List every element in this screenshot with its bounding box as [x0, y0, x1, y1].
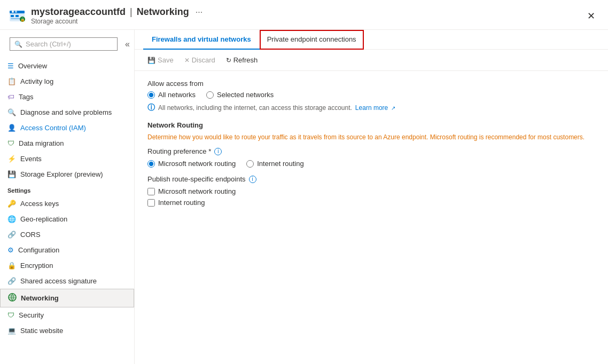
checkbox-internet-routing[interactable]: Internet routing: [147, 199, 595, 207]
refresh-button[interactable]: ↻ Refresh: [222, 54, 262, 66]
access-keys-icon: 🔑: [7, 200, 16, 208]
nav-item-events[interactable]: ⚡ Events: [0, 151, 134, 167]
network-routing-section: Network Routing Determine how you would …: [147, 121, 595, 207]
access-control-icon: 👤: [7, 124, 16, 132]
configuration-icon: ⚙: [7, 246, 14, 254]
nav-item-diagnose[interactable]: 🔍 Diagnose and solve problems: [0, 105, 134, 120]
tab-private-endpoints[interactable]: Private endpoint connections: [260, 30, 364, 50]
nav-item-encryption[interactable]: 🔒 Encryption: [0, 258, 134, 273]
tab-bar: Firewalls and virtual networks Private e…: [135, 30, 608, 50]
external-link-icon: ↗: [391, 105, 395, 111]
allow-access-label: Allow access from: [147, 80, 595, 88]
networking-icon: [8, 293, 17, 303]
diagnose-icon: 🔍: [7, 108, 16, 116]
sidebar: 🔍 « ☰ Overview 📋 Activity log 🏷 Tags 🔍 D…: [0, 30, 135, 364]
search-input[interactable]: [26, 40, 113, 48]
radio-selected-networks[interactable]: Selected networks: [206, 91, 274, 99]
security-icon: 🛡: [7, 311, 14, 319]
svg-rect-3: [15, 15, 19, 17]
checkbox-microsoft-routing[interactable]: Microsoft network routing: [147, 187, 595, 195]
search-box[interactable]: 🔍: [10, 37, 118, 51]
tags-icon: 🏷: [7, 93, 14, 101]
publish-endpoints-label: Publish route-specific endpoints i: [147, 175, 595, 183]
svg-point-5: [15, 11, 17, 13]
routing-pref-label: Routing preference * i: [147, 147, 595, 155]
nav-item-access-keys[interactable]: 🔑 Access keys: [0, 196, 134, 211]
cors-icon: 🔗: [7, 231, 16, 239]
header-left: 🔒 mystorageaccountfd | Networking ··· St…: [9, 6, 202, 25]
activity-log-icon: 📋: [7, 77, 16, 85]
content-area: Firewalls and virtual networks Private e…: [135, 30, 608, 364]
encryption-icon: 🔒: [7, 262, 16, 270]
main-layout: 🔍 « ☰ Overview 📋 Activity log 🏷 Tags 🔍 D…: [0, 30, 608, 364]
panel: Allow access from All networks Selected …: [135, 71, 608, 364]
svg-point-4: [12, 11, 14, 13]
overview-icon: ☰: [7, 62, 14, 70]
info-icon: ⓘ: [147, 103, 155, 113]
svg-rect-2: [11, 15, 14, 17]
nav-item-overview[interactable]: ☰ Overview: [0, 58, 134, 74]
header-dots[interactable]: ···: [196, 7, 202, 17]
header: 🔒 mystorageaccountfd | Networking ··· St…: [0, 0, 608, 30]
nav-item-networking[interactable]: Networking: [0, 289, 134, 307]
geo-replication-icon: 🌐: [7, 215, 16, 223]
radio-microsoft-routing[interactable]: Microsoft network routing: [147, 160, 236, 168]
radio-internet-routing[interactable]: Internet routing: [246, 160, 303, 168]
publish-endpoints-checkbox-group: Microsoft network routing Internet routi…: [147, 187, 595, 207]
nav-item-data-migration[interactable]: 🛡 Data migration: [0, 136, 134, 151]
toolbar: 💾 Save ✕ Discard ↻ Refresh: [135, 50, 608, 71]
radio-all-networks[interactable]: All networks: [147, 91, 196, 99]
tab-firewalls[interactable]: Firewalls and virtual networks: [143, 30, 260, 50]
nav-item-shared-access[interactable]: 🔗 Shared access signature: [0, 273, 134, 289]
nav-item-configuration[interactable]: ⚙ Configuration: [0, 242, 134, 258]
header-title-block: mystorageaccountfd | Networking ··· Stor…: [31, 6, 202, 25]
storage-explorer-icon: 💾: [7, 170, 16, 178]
publish-endpoints-info-icon[interactable]: i: [249, 176, 256, 183]
access-radio-group: All networks Selected networks: [147, 91, 595, 99]
routing-description: Determine how you would like to route yo…: [147, 132, 595, 142]
header-subtitle: Storage account: [31, 18, 202, 25]
discard-button[interactable]: ✕ Discard: [180, 54, 220, 66]
settings-section-label: Settings: [0, 182, 134, 196]
close-button[interactable]: ✕: [583, 8, 599, 24]
shared-access-icon: 🔗: [7, 277, 16, 285]
nav-item-access-control[interactable]: 👤 Access Control (IAM): [0, 120, 134, 136]
nav-item-geo-replication[interactable]: 🌐 Geo-replication: [0, 211, 134, 227]
nav-item-activity-log[interactable]: 📋 Activity log: [0, 74, 134, 89]
static-website-icon: 💻: [7, 327, 16, 335]
nav-item-storage-explorer[interactable]: 💾 Storage Explorer (preview): [0, 167, 134, 182]
routing-pref-info-icon[interactable]: i: [214, 148, 222, 155]
discard-icon: ✕: [184, 57, 190, 64]
events-icon: ⚡: [7, 155, 16, 163]
data-migration-icon: 🛡: [7, 139, 14, 147]
nav-item-security[interactable]: 🛡 Security: [0, 307, 134, 323]
refresh-icon: ↻: [226, 57, 231, 64]
collapse-button[interactable]: «: [125, 39, 130, 49]
learn-more-link[interactable]: Learn more: [355, 104, 388, 112]
network-routing-title: Network Routing: [147, 121, 595, 129]
nav-item-static-website[interactable]: 💻 Static website: [0, 323, 134, 338]
save-icon: 💾: [147, 57, 155, 64]
nav-item-cors[interactable]: 🔗 CORS: [0, 227, 134, 242]
info-row: ⓘ All networks, including the internet, …: [147, 103, 595, 113]
save-button[interactable]: 💾 Save: [143, 54, 178, 66]
search-icon: 🔍: [14, 41, 22, 48]
storage-account-icon: 🔒: [9, 7, 26, 25]
nav-item-tags[interactable]: 🏷 Tags: [0, 89, 134, 105]
svg-text:🔒: 🔒: [20, 17, 25, 22]
search-container: 🔍 «: [0, 30, 134, 58]
page-header-title: mystorageaccountfd | Networking ···: [31, 6, 202, 18]
routing-pref-radio-group: Microsoft network routing Internet routi…: [147, 160, 595, 168]
